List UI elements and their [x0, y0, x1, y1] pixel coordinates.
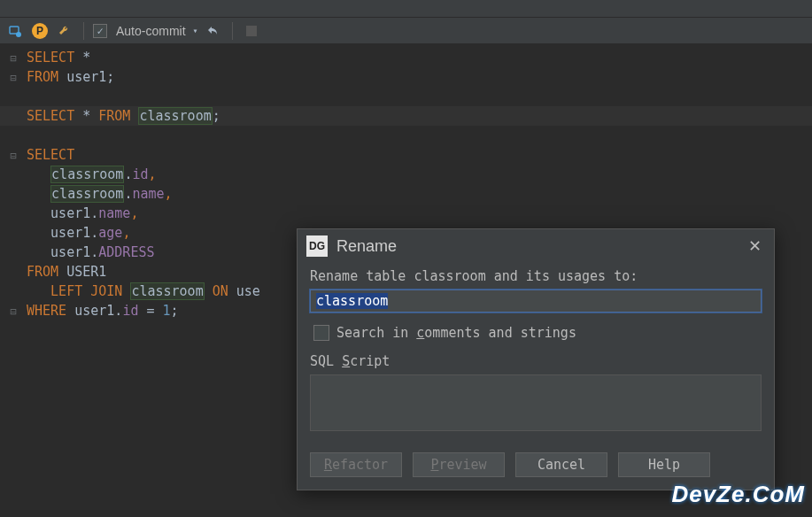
- dialog-titlebar[interactable]: DG Rename ✕: [298, 229, 774, 263]
- identifier-highlight: classroom: [138, 107, 212, 125]
- rename-prompt-label: Rename table classroom and its usages to…: [310, 268, 762, 284]
- sql-keyword: FROM: [27, 69, 58, 85]
- rename-input[interactable]: classroom: [310, 289, 762, 313]
- search-comments-label[interactable]: Search in comments and strings: [336, 325, 576, 341]
- svg-rect-2: [246, 26, 257, 36]
- db-settings-icon[interactable]: [5, 21, 25, 41]
- p-badge-icon[interactable]: P: [30, 21, 50, 41]
- sql-keyword: WHERE: [27, 303, 66, 319]
- sql-keyword: SELECT: [27, 147, 74, 163]
- help-button[interactable]: Help: [618, 452, 710, 477]
- stop-icon[interactable]: [242, 21, 261, 41]
- cancel-button[interactable]: Cancel: [515, 452, 607, 477]
- svg-point-1: [16, 32, 21, 37]
- sql-keyword: SELECT: [27, 108, 74, 124]
- refactor-button[interactable]: Refactor: [310, 452, 402, 477]
- sql-keyword: LEFT JOIN: [50, 283, 122, 299]
- undo-icon[interactable]: [204, 21, 223, 41]
- close-icon[interactable]: ✕: [745, 235, 765, 258]
- sql-keyword: FROM: [98, 108, 130, 124]
- toolbar-separator: [83, 22, 84, 40]
- auto-commit-checkbox[interactable]: [93, 24, 107, 38]
- app-logo-icon: DG: [306, 235, 328, 257]
- rename-dialog: DG Rename ✕ Rename table classroom and i…: [297, 228, 775, 490]
- dialog-title: Rename: [336, 237, 397, 256]
- sql-keyword: FROM: [27, 264, 58, 280]
- identifier-highlight: classroom: [50, 185, 124, 203]
- identifier-highlight: classroom: [130, 282, 204, 300]
- toolbar: P Auto-commit ▾: [0, 18, 812, 44]
- identifier-highlight: classroom: [50, 166, 124, 183]
- editor-tab-strip: [0, 0, 812, 18]
- sql-keyword: ON: [213, 283, 228, 299]
- sql-script-label: SQL Script: [310, 353, 762, 369]
- sql-script-box[interactable]: [310, 374, 762, 431]
- wrench-icon[interactable]: [55, 21, 74, 41]
- search-comments-checkbox[interactable]: [313, 325, 329, 341]
- toolbar-separator: [232, 22, 233, 40]
- sql-keyword: SELECT: [27, 50, 74, 66]
- auto-commit-label[interactable]: Auto-commit: [116, 24, 186, 38]
- preview-button[interactable]: Preview: [413, 452, 505, 477]
- chevron-down-icon[interactable]: ▾: [193, 26, 198, 35]
